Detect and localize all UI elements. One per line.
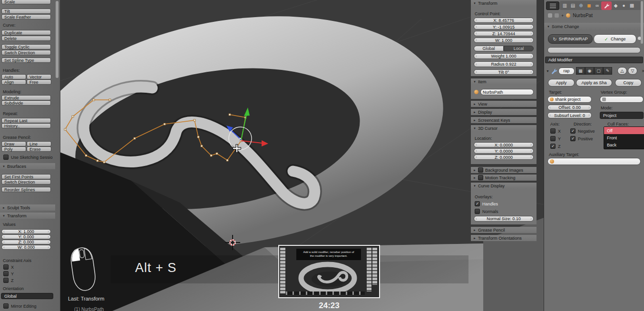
render-visibility-icon[interactable]: ▦ <box>576 67 585 75</box>
cull-option-front[interactable]: Front <box>604 134 644 141</box>
delete-button[interactable]: Delete <box>1 36 51 41</box>
cp-y-slider[interactable]: Y: -1.00915 <box>474 24 534 29</box>
n-screencast-keys-header[interactable]: ► Screencast Keys <box>471 117 537 123</box>
world-tab-icon[interactable]: ⊕ <box>577 2 585 10</box>
checkbox-checked-icon[interactable]: ✓ <box>570 128 576 134</box>
chevron-down-icon[interactable]: ▼ <box>546 69 549 73</box>
constraints-tab-icon[interactable]: ∞ <box>593 2 601 10</box>
editor-type-menu[interactable] <box>546 1 559 10</box>
n-display-header[interactable]: ► Display <box>471 109 537 115</box>
n-motion-tracking-header[interactable]: ► Motion Tracking <box>471 175 537 181</box>
extrude-button[interactable]: Extrude <box>1 95 51 100</box>
subsurf-level-slider[interactable]: Subsurf Level: 0 <box>547 112 592 118</box>
scale-button[interactable]: Scale <box>1 0 51 4</box>
switch-direction-button[interactable]: Switch Direction <box>1 50 51 55</box>
grease-draw-button[interactable]: Draw <box>1 141 26 146</box>
mirror-editing-checkbox[interactable]: Mirror Editing <box>3 303 37 309</box>
context-icon[interactable] <box>555 13 559 18</box>
checkbox-icon[interactable] <box>3 271 9 276</box>
value-w-slider[interactable]: W: 0.000 <box>1 245 51 250</box>
edit-mode-icon[interactable]: ▢ <box>594 67 603 75</box>
bsurfaces-panel-header[interactable]: ▼ Bsurfaces <box>0 163 55 169</box>
modifiers-tab-icon[interactable] <box>601 1 612 10</box>
cp-x-slider[interactable]: X: 8.45776 <box>474 18 534 23</box>
checkbox-icon[interactable] <box>475 209 480 214</box>
video-inset[interactable]: Add a solid modifier, remeber position o… <box>278 245 380 298</box>
n-transform-header[interactable]: ▼ Transform <box>471 0 537 6</box>
move-up-icon[interactable]: △ <box>617 67 627 75</box>
handles-free-button[interactable]: Free <box>27 79 51 85</box>
object-data-tab-icon[interactable]: ◆ <box>612 2 620 10</box>
value-z-slider[interactable]: Z: 0.000 <box>1 240 51 244</box>
axis-x-checkbox[interactable]: X <box>550 128 561 134</box>
set-first-points-button[interactable]: Set First Points <box>1 174 51 179</box>
add-modifier-dropdown[interactable]: Add Modifier <box>545 57 643 63</box>
toggle-cyclic-button[interactable]: Toggle Cyclic <box>1 44 51 49</box>
constraint-x-checkbox[interactable]: X <box>3 264 14 270</box>
checkbox-checked-icon[interactable]: ✓ <box>475 201 480 206</box>
change-button[interactable]: ✓ Change <box>594 34 636 44</box>
cull-option-off[interactable]: Off <box>604 127 644 134</box>
some-change-panel-header[interactable]: ▼ Some Change <box>544 23 644 30</box>
axis-y-checkbox[interactable]: Y <box>550 136 561 141</box>
empty-selector-field[interactable] <box>547 47 641 53</box>
checkbox-icon[interactable] <box>478 175 483 180</box>
handles-align-button[interactable]: Align <box>1 79 26 85</box>
tool-shelf-scrollbar[interactable] <box>56 1 59 78</box>
mode-dropdown[interactable]: Project <box>600 112 644 119</box>
repeat-last-button[interactable]: Repeat Last <box>1 118 51 123</box>
n-item-header[interactable]: ▼ Item <box>471 78 537 85</box>
cage-edit-icon[interactable]: ✎ <box>603 67 612 75</box>
space-local-toggle[interactable]: Local <box>504 46 534 51</box>
value-y-slider[interactable]: Y: 0.000 <box>1 234 51 239</box>
n-curve-display-header[interactable]: ▼ Curve Display <box>471 183 537 189</box>
n-grease-pencil-header[interactable]: ► Grease Pencil <box>471 227 537 233</box>
target-field[interactable]: shank project <box>547 96 592 103</box>
material-tab-icon[interactable]: ● <box>620 2 628 10</box>
history-button[interactable]: History.. <box>1 123 51 128</box>
radius-slider[interactable]: Radius 0.922 <box>474 61 534 67</box>
grease-line-button[interactable]: Line <box>27 141 51 146</box>
render-tab-icon[interactable]: ▥ <box>561 2 569 10</box>
texture-tab-icon[interactable]: ▩ <box>628 2 636 10</box>
checkbox-icon[interactable] <box>478 167 483 173</box>
properties-scrollbar[interactable] <box>641 1 643 44</box>
cp-z-slider[interactable]: Z: 14.70944 <box>474 31 534 36</box>
close-icon[interactable]: × <box>642 68 644 74</box>
scale-feather-button[interactable]: Scale Feather <box>1 14 51 19</box>
normals-checkbox[interactable]: Normals <box>475 209 498 214</box>
constraint-z-checkbox[interactable]: Z <box>3 278 14 283</box>
subdivide-button[interactable]: Subdivide <box>1 100 51 106</box>
reorder-splines-button[interactable]: Reorder Splines <box>1 187 51 192</box>
modifier-name-field[interactable]: rap <box>558 68 575 75</box>
weight-slider[interactable]: Weight 1.000 <box>474 53 534 59</box>
checkbox-icon[interactable] <box>3 264 9 270</box>
apply-as-shape-button[interactable]: Apply as Sha <box>576 79 612 87</box>
n-background-images-header[interactable]: ► Background Images <box>471 167 537 173</box>
copy-button[interactable]: Copy <box>615 79 642 87</box>
handles-auto-button[interactable]: Auto <box>1 74 26 79</box>
set-spline-type-button[interactable]: Set Spline Type <box>1 58 51 63</box>
vertex-group-field[interactable] <box>600 96 644 103</box>
transform-panel-header[interactable]: ▼ Transform <box>0 213 55 219</box>
object-tab-icon[interactable]: ◼ <box>585 2 593 10</box>
duplicate-button[interactable]: Duplicate <box>1 30 51 35</box>
n-view-header[interactable]: ► View <box>471 101 537 107</box>
n-3d-cursor-header[interactable]: ▼ 3D Cursor <box>471 125 537 131</box>
space-global-toggle[interactable]: Global <box>474 46 504 51</box>
checkbox-icon[interactable] <box>550 128 556 134</box>
sketching-session-checkbox[interactable]: Use Sketching Sessio <box>3 155 53 160</box>
cursor-x-slider[interactable]: X: 0.0000 <box>474 142 534 147</box>
item-name-field[interactable]: NurbsPath <box>480 89 534 95</box>
tilt-slider[interactable]: Tilt 0° <box>474 69 534 75</box>
viewport-visibility-icon[interactable]: ◉ <box>585 67 594 75</box>
axis-z-checkbox[interactable]: ✓ Z <box>550 144 561 149</box>
scene-tab-icon[interactable]: ▤ <box>569 2 577 10</box>
tilt-button[interactable]: Tilt <box>1 9 51 14</box>
grease-erase-button[interactable]: Erase <box>27 146 51 152</box>
cursor-y-slider[interactable]: Y: 0.0000 <box>474 148 534 154</box>
checkbox-icon[interactable] <box>550 136 556 141</box>
constraint-y-checkbox[interactable]: Y <box>3 271 14 276</box>
checkbox-icon[interactable] <box>3 278 9 283</box>
shrinkwrap-button[interactable]: ↻ SHRINKWRAP <box>548 34 593 44</box>
